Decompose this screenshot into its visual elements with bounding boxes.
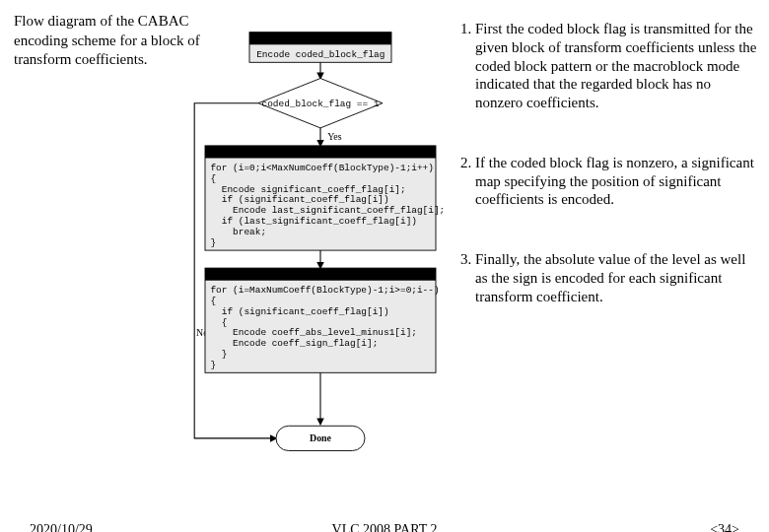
step-list: First the coded block flag is transmitte… xyxy=(454,20,757,347)
footer-page: <34> xyxy=(710,522,739,532)
stage3-title: Level Information xyxy=(282,268,359,279)
footer-date: 2020/10/29 xyxy=(30,522,93,532)
done-label: Done xyxy=(310,433,332,444)
stage1-title: Coded Block Flag xyxy=(283,33,357,43)
stage-level-information: Level Information for (i=MaxNumCoeff(Blo… xyxy=(205,268,454,372)
label-yes: Yes xyxy=(327,132,342,143)
diagram-caption: Flow diagram of the CABAC encoding schem… xyxy=(14,12,211,70)
step-1: First the coded block flag is transmitte… xyxy=(475,20,757,112)
decision-label: coded_block_flag == 1 xyxy=(262,99,380,109)
step-2: If the coded block flag is nonzero, a si… xyxy=(475,154,757,209)
decision-coded-block-flag: coded_block_flag == 1 xyxy=(258,79,383,128)
footer-title: VLC 2008 PART 2 xyxy=(332,522,438,532)
stage2-title: Significance Map xyxy=(284,146,357,157)
stage1-code: Encode coded_block_flag xyxy=(256,49,384,60)
flow-diagram: Coded Block Flag Encode coded_block_flag… xyxy=(187,6,454,497)
terminal-done: Done xyxy=(276,426,365,450)
stage-significance-map: Significance Map for (i=0;i<MaxNumCoeff(… xyxy=(205,146,454,250)
stage-coded-block-flag: Coded Block Flag Encode coded_block_flag xyxy=(249,33,391,63)
step-3: Finally, the absolute value of the level… xyxy=(475,250,757,305)
